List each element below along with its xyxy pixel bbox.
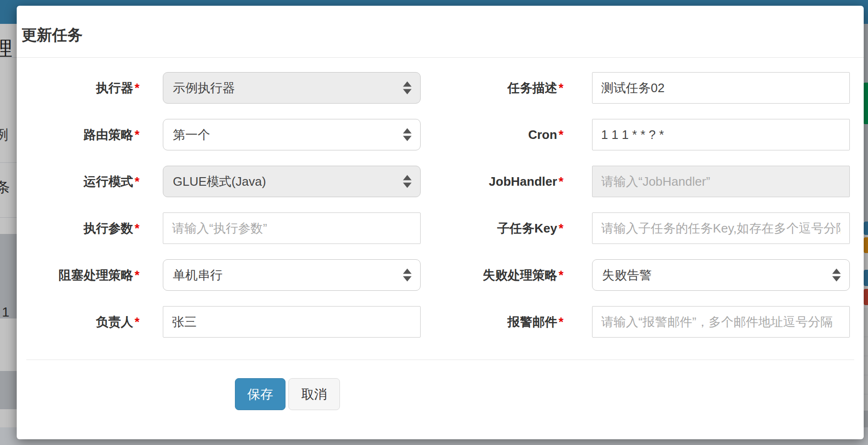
cron-label: Cron* bbox=[451, 119, 563, 150]
select-arrows-icon bbox=[403, 175, 412, 188]
screen: 理 例 条 1 更新任务 执行器* 示例执行器 bbox=[0, 0, 868, 445]
footer-divider bbox=[26, 360, 854, 360]
dialog-header: 更新任务 bbox=[17, 6, 864, 58]
select-arrows-icon bbox=[832, 269, 841, 282]
jobhandler-label: JobHandler* bbox=[451, 166, 563, 197]
exec-param-input[interactable] bbox=[163, 212, 421, 244]
fail-strategy-label: 失败处理策略* bbox=[451, 259, 563, 291]
alarm-email-label: 报警邮件* bbox=[451, 306, 563, 338]
owner-label: 负责人* bbox=[21, 306, 139, 338]
exec-param-label: 执行参数* bbox=[21, 212, 139, 244]
cancel-button[interactable]: 取消 bbox=[288, 378, 340, 410]
alarm-email-input[interactable] bbox=[592, 306, 850, 338]
executor-label: 执行器* bbox=[21, 72, 139, 104]
save-button[interactable]: 保存 bbox=[235, 378, 286, 410]
block-strategy-label: 阻塞处理策略* bbox=[21, 259, 139, 291]
select-arrows-icon bbox=[403, 128, 412, 141]
job-desc-label: 任务描述* bbox=[451, 72, 563, 104]
update-job-dialog: 更新任务 执行器* 示例执行器 任务描述* 路由策略* 第一个 Cron* 运行… bbox=[17, 6, 864, 439]
route-strategy-label: 路由策略* bbox=[21, 119, 139, 150]
glue-type-select[interactable]: GLUE模式(Java) bbox=[163, 166, 421, 197]
cron-input[interactable] bbox=[592, 119, 850, 150]
block-strategy-select[interactable]: 单机串行 bbox=[163, 259, 421, 291]
job-desc-input[interactable] bbox=[592, 72, 850, 104]
select-arrows-icon bbox=[403, 82, 412, 95]
owner-input[interactable] bbox=[163, 306, 421, 338]
glue-type-label: 运行模式* bbox=[21, 166, 139, 197]
child-jobkey-input[interactable] bbox=[592, 212, 850, 244]
fail-strategy-select[interactable]: 失败告警 bbox=[592, 259, 850, 291]
child-jobkey-label: 子任务Key* bbox=[451, 212, 563, 244]
select-arrows-icon bbox=[403, 269, 412, 282]
dialog-title: 更新任务 bbox=[21, 25, 83, 46]
route-strategy-select[interactable]: 第一个 bbox=[163, 119, 421, 150]
jobhandler-input[interactable] bbox=[592, 166, 850, 197]
executor-select[interactable]: 示例执行器 bbox=[163, 72, 421, 104]
